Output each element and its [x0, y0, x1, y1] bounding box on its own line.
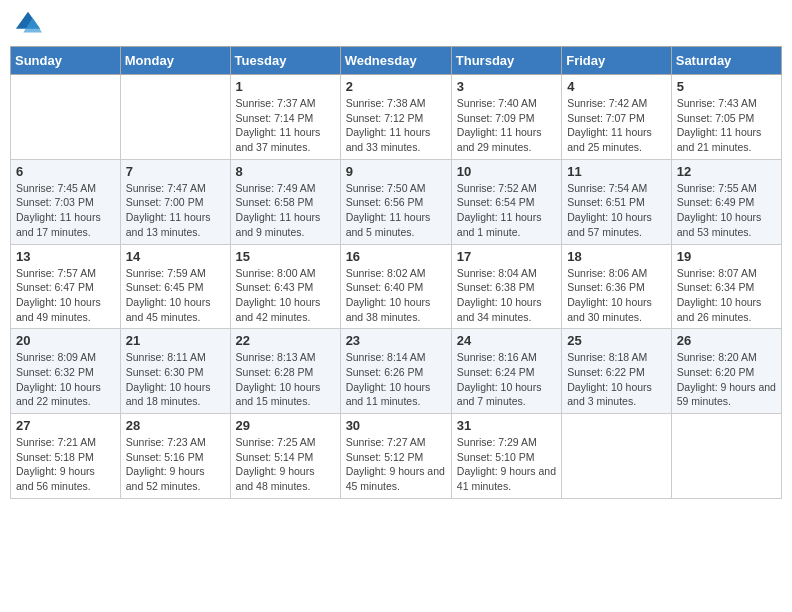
calendar-cell: 29Sunrise: 7:25 AM Sunset: 5:14 PM Dayli… [230, 414, 340, 499]
day-detail: Sunrise: 7:43 AM Sunset: 7:05 PM Dayligh… [677, 97, 762, 153]
calendar-cell: 14Sunrise: 7:59 AM Sunset: 6:45 PM Dayli… [120, 244, 230, 329]
calendar-cell: 4Sunrise: 7:42 AM Sunset: 7:07 PM Daylig… [562, 75, 672, 160]
day-detail: Sunrise: 7:45 AM Sunset: 7:03 PM Dayligh… [16, 182, 101, 238]
day-number: 3 [457, 79, 556, 94]
day-number: 21 [126, 333, 225, 348]
calendar-cell [671, 414, 781, 499]
day-number: 26 [677, 333, 776, 348]
calendar-cell: 11Sunrise: 7:54 AM Sunset: 6:51 PM Dayli… [562, 159, 672, 244]
calendar-week-row: 6Sunrise: 7:45 AM Sunset: 7:03 PM Daylig… [11, 159, 782, 244]
day-detail: Sunrise: 8:14 AM Sunset: 6:26 PM Dayligh… [346, 351, 431, 407]
day-number: 20 [16, 333, 115, 348]
day-header-tuesday: Tuesday [230, 47, 340, 75]
day-number: 24 [457, 333, 556, 348]
calendar-cell: 17Sunrise: 8:04 AM Sunset: 6:38 PM Dayli… [451, 244, 561, 329]
calendar-cell: 26Sunrise: 8:20 AM Sunset: 6:20 PM Dayli… [671, 329, 781, 414]
day-number: 30 [346, 418, 446, 433]
day-detail: Sunrise: 7:25 AM Sunset: 5:14 PM Dayligh… [236, 436, 316, 492]
day-number: 22 [236, 333, 335, 348]
day-number: 15 [236, 249, 335, 264]
day-header-friday: Friday [562, 47, 672, 75]
day-number: 23 [346, 333, 446, 348]
calendar-header-row: SundayMondayTuesdayWednesdayThursdayFrid… [11, 47, 782, 75]
day-detail: Sunrise: 7:50 AM Sunset: 6:56 PM Dayligh… [346, 182, 431, 238]
calendar-cell: 18Sunrise: 8:06 AM Sunset: 6:36 PM Dayli… [562, 244, 672, 329]
day-detail: Sunrise: 8:18 AM Sunset: 6:22 PM Dayligh… [567, 351, 652, 407]
day-number: 14 [126, 249, 225, 264]
day-header-saturday: Saturday [671, 47, 781, 75]
calendar-cell: 12Sunrise: 7:55 AM Sunset: 6:49 PM Dayli… [671, 159, 781, 244]
day-detail: Sunrise: 7:29 AM Sunset: 5:10 PM Dayligh… [457, 436, 556, 492]
day-number: 4 [567, 79, 666, 94]
day-number: 27 [16, 418, 115, 433]
calendar-cell [11, 75, 121, 160]
day-detail: Sunrise: 7:27 AM Sunset: 5:12 PM Dayligh… [346, 436, 445, 492]
calendar-cell: 7Sunrise: 7:47 AM Sunset: 7:00 PM Daylig… [120, 159, 230, 244]
day-detail: Sunrise: 7:42 AM Sunset: 7:07 PM Dayligh… [567, 97, 652, 153]
day-detail: Sunrise: 7:55 AM Sunset: 6:49 PM Dayligh… [677, 182, 762, 238]
day-number: 13 [16, 249, 115, 264]
calendar-cell: 21Sunrise: 8:11 AM Sunset: 6:30 PM Dayli… [120, 329, 230, 414]
calendar-cell: 31Sunrise: 7:29 AM Sunset: 5:10 PM Dayli… [451, 414, 561, 499]
calendar-cell: 1Sunrise: 7:37 AM Sunset: 7:14 PM Daylig… [230, 75, 340, 160]
day-detail: Sunrise: 8:11 AM Sunset: 6:30 PM Dayligh… [126, 351, 211, 407]
logo [14, 10, 46, 38]
day-detail: Sunrise: 7:52 AM Sunset: 6:54 PM Dayligh… [457, 182, 542, 238]
calendar-cell: 8Sunrise: 7:49 AM Sunset: 6:58 PM Daylig… [230, 159, 340, 244]
calendar-cell: 22Sunrise: 8:13 AM Sunset: 6:28 PM Dayli… [230, 329, 340, 414]
day-number: 11 [567, 164, 666, 179]
calendar-cell: 3Sunrise: 7:40 AM Sunset: 7:09 PM Daylig… [451, 75, 561, 160]
calendar-cell: 2Sunrise: 7:38 AM Sunset: 7:12 PM Daylig… [340, 75, 451, 160]
day-number: 25 [567, 333, 666, 348]
calendar-cell: 28Sunrise: 7:23 AM Sunset: 5:16 PM Dayli… [120, 414, 230, 499]
logo-icon [14, 10, 42, 38]
calendar-cell [562, 414, 672, 499]
day-number: 7 [126, 164, 225, 179]
day-number: 19 [677, 249, 776, 264]
day-detail: Sunrise: 7:47 AM Sunset: 7:00 PM Dayligh… [126, 182, 211, 238]
day-number: 1 [236, 79, 335, 94]
calendar-week-row: 13Sunrise: 7:57 AM Sunset: 6:47 PM Dayli… [11, 244, 782, 329]
day-number: 10 [457, 164, 556, 179]
day-number: 17 [457, 249, 556, 264]
day-detail: Sunrise: 7:21 AM Sunset: 5:18 PM Dayligh… [16, 436, 96, 492]
calendar-cell: 20Sunrise: 8:09 AM Sunset: 6:32 PM Dayli… [11, 329, 121, 414]
calendar-week-row: 20Sunrise: 8:09 AM Sunset: 6:32 PM Dayli… [11, 329, 782, 414]
day-number: 28 [126, 418, 225, 433]
day-detail: Sunrise: 8:07 AM Sunset: 6:34 PM Dayligh… [677, 267, 762, 323]
day-header-sunday: Sunday [11, 47, 121, 75]
day-number: 8 [236, 164, 335, 179]
calendar-cell: 23Sunrise: 8:14 AM Sunset: 6:26 PM Dayli… [340, 329, 451, 414]
day-number: 9 [346, 164, 446, 179]
day-detail: Sunrise: 7:23 AM Sunset: 5:16 PM Dayligh… [126, 436, 206, 492]
day-header-wednesday: Wednesday [340, 47, 451, 75]
day-number: 5 [677, 79, 776, 94]
calendar-week-row: 27Sunrise: 7:21 AM Sunset: 5:18 PM Dayli… [11, 414, 782, 499]
calendar-cell: 30Sunrise: 7:27 AM Sunset: 5:12 PM Dayli… [340, 414, 451, 499]
calendar-cell: 16Sunrise: 8:02 AM Sunset: 6:40 PM Dayli… [340, 244, 451, 329]
calendar-cell: 10Sunrise: 7:52 AM Sunset: 6:54 PM Dayli… [451, 159, 561, 244]
day-number: 16 [346, 249, 446, 264]
day-detail: Sunrise: 7:37 AM Sunset: 7:14 PM Dayligh… [236, 97, 321, 153]
day-detail: Sunrise: 8:20 AM Sunset: 6:20 PM Dayligh… [677, 351, 776, 407]
calendar-cell: 27Sunrise: 7:21 AM Sunset: 5:18 PM Dayli… [11, 414, 121, 499]
day-header-thursday: Thursday [451, 47, 561, 75]
day-detail: Sunrise: 7:40 AM Sunset: 7:09 PM Dayligh… [457, 97, 542, 153]
day-number: 2 [346, 79, 446, 94]
day-detail: Sunrise: 8:00 AM Sunset: 6:43 PM Dayligh… [236, 267, 321, 323]
day-detail: Sunrise: 7:38 AM Sunset: 7:12 PM Dayligh… [346, 97, 431, 153]
day-number: 12 [677, 164, 776, 179]
calendar-cell: 19Sunrise: 8:07 AM Sunset: 6:34 PM Dayli… [671, 244, 781, 329]
day-detail: Sunrise: 7:54 AM Sunset: 6:51 PM Dayligh… [567, 182, 652, 238]
calendar-cell: 6Sunrise: 7:45 AM Sunset: 7:03 PM Daylig… [11, 159, 121, 244]
page-header [10, 10, 782, 38]
calendar-cell [120, 75, 230, 160]
calendar-table: SundayMondayTuesdayWednesdayThursdayFrid… [10, 46, 782, 499]
day-number: 18 [567, 249, 666, 264]
day-number: 6 [16, 164, 115, 179]
calendar-week-row: 1Sunrise: 7:37 AM Sunset: 7:14 PM Daylig… [11, 75, 782, 160]
day-detail: Sunrise: 8:13 AM Sunset: 6:28 PM Dayligh… [236, 351, 321, 407]
day-detail: Sunrise: 8:16 AM Sunset: 6:24 PM Dayligh… [457, 351, 542, 407]
day-number: 31 [457, 418, 556, 433]
calendar-cell: 25Sunrise: 8:18 AM Sunset: 6:22 PM Dayli… [562, 329, 672, 414]
